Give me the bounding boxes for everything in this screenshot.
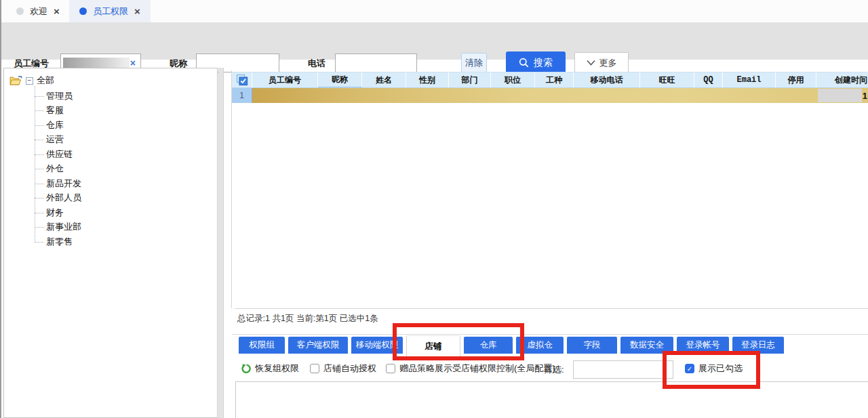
tree-item-finance[interactable]: 财务: [35, 205, 217, 220]
row-trailing-digit: 1: [863, 91, 867, 101]
tree-item-label: 新事业部: [46, 221, 81, 233]
select-all-checkbox[interactable]: [232, 72, 252, 87]
shop-permission-controls: 恢复组权限 店铺自动授权 赠品策略展示受店铺权限控制(全局配置) 筛选: ✓ 展…: [232, 359, 868, 381]
col-qq[interactable]: QQ: [694, 72, 723, 87]
col-department[interactable]: 部门: [449, 72, 491, 87]
tree-item-label: 新品开发: [46, 177, 81, 190]
row-number: 1: [232, 88, 252, 103]
auto-auth-label: 店铺自动授权: [323, 362, 376, 375]
tree-item-label: 运营: [46, 133, 64, 146]
tree-item-new-business[interactable]: 新事业部: [35, 220, 217, 235]
redacted-created-time: [818, 89, 862, 102]
col-position[interactable]: 职位: [491, 72, 535, 87]
tree-item-external-warehouse[interactable]: 外仓: [35, 162, 217, 177]
more-button-label: 更多: [599, 57, 617, 69]
tree-root-all[interactable]: − 全部: [9, 74, 217, 87]
gift-policy-label: 赠品策略展示受店铺权限控制(全局配置): [399, 362, 555, 375]
tab-client-permission[interactable]: 客户端权限: [288, 337, 348, 354]
tab-welcome-label: 欢迎: [30, 5, 47, 18]
col-email[interactable]: Email: [723, 72, 776, 87]
tab-status-dot: [16, 7, 24, 15]
col-created-time[interactable]: 创建时间: [816, 72, 868, 87]
shop-list-area: [235, 381, 868, 418]
tree-item-new-retail[interactable]: 新零售: [35, 234, 217, 249]
col-mobile[interactable]: 移动电话: [574, 72, 640, 87]
tree-item-label: 财务: [46, 207, 64, 219]
show-selected-checkbox-row[interactable]: ✓ 展示已勾选: [685, 362, 743, 375]
collapse-icon[interactable]: −: [26, 77, 33, 85]
grid-bottom-divider: [235, 308, 868, 309]
checkbox-unchecked[interactable]: [386, 364, 395, 373]
tree-item-operations[interactable]: 运营: [35, 133, 217, 148]
department-tree-panel: − 全部 管理员 客服 仓库 运营 供应链 外仓 新品开发 外部人员 财务 新事…: [3, 68, 218, 418]
tab-login-log[interactable]: 登录日志: [732, 337, 784, 354]
tabstrip-top-divider: [232, 334, 868, 335]
tree-item-label: 管理员: [46, 90, 73, 102]
tree-item-label: 仓库: [46, 119, 64, 131]
tree-item-customer-service[interactable]: 客服: [35, 104, 217, 119]
tree-item-label: 供应链: [46, 148, 73, 161]
search-button-label: 搜索: [534, 57, 553, 69]
checkbox-unchecked[interactable]: [310, 364, 319, 373]
tree-item-admin[interactable]: 管理员: [35, 89, 217, 104]
grid-header: 员工编号 昵称 姓名 性别 部门 职位 工种 移动电话 旺旺 QQ Email …: [232, 72, 868, 88]
tab-data-security[interactable]: 数据安全: [620, 337, 673, 354]
clear-field-icon[interactable]: ×: [130, 58, 136, 68]
tab-fields[interactable]: 字段: [567, 337, 617, 354]
close-icon[interactable]: ×: [134, 6, 140, 16]
restore-icon: [241, 364, 252, 374]
tab-mobile-permission[interactable]: 移动端权限: [351, 337, 403, 354]
tree-item-new-product[interactable]: 新品开发: [35, 176, 217, 191]
search-icon: [519, 58, 529, 68]
tab-welcome[interactable]: 欢迎 ×: [7, 0, 69, 22]
document-tabbar: 欢迎 × 员工权限 ×: [1, 0, 868, 22]
select-all-checkbox-icon: [236, 74, 248, 86]
phone-input[interactable]: [335, 54, 417, 72]
chevron-down-icon: [587, 60, 595, 66]
phone-label: 电话: [308, 58, 326, 70]
tree-item-label: 新零售: [46, 236, 73, 248]
clear-button[interactable]: 清除: [461, 53, 487, 72]
tree-children: 管理员 客服 仓库 运营 供应链 外仓 新品开发 外部人员 财务 新事业部 新零…: [35, 89, 217, 249]
col-job-type[interactable]: 工种: [535, 72, 574, 87]
tab-employee-permissions-label: 员工权限: [93, 5, 128, 18]
tab-permission-group[interactable]: 权限组: [239, 337, 285, 354]
tree-item-label: 客服: [46, 104, 64, 117]
department-tree: − 全部 管理员 客服 仓库 运营 供应链 外仓 新品开发 外部人员 财务 新事…: [4, 68, 217, 249]
col-gender[interactable]: 性别: [406, 72, 449, 87]
row-redacted-band: 1: [252, 88, 868, 103]
tab-shop[interactable]: 店铺: [406, 335, 460, 358]
show-selected-label: 展示已勾选: [698, 362, 743, 375]
tab-employee-permissions[interactable]: 员工权限 ×: [69, 0, 151, 22]
col-disabled[interactable]: 停用: [776, 72, 816, 87]
col-nickname[interactable]: 昵称: [318, 72, 362, 87]
tree-item-warehouse[interactable]: 仓库: [35, 118, 217, 133]
tree-item-label: 外仓: [46, 163, 64, 175]
col-wangwang[interactable]: 旺旺: [640, 72, 694, 87]
auto-auth-checkbox-row[interactable]: 店铺自动授权: [310, 362, 376, 375]
col-employee-id[interactable]: 员工编号: [252, 72, 318, 87]
grid-left-border: [231, 70, 232, 308]
tree-scrollbar[interactable]: [218, 68, 224, 418]
gift-policy-checkbox-row[interactable]: 赠品策略展示受店铺权限控制(全局配置): [386, 362, 555, 375]
close-icon[interactable]: ×: [54, 6, 60, 16]
search-button[interactable]: 搜索: [506, 51, 566, 74]
tree-item-external-staff[interactable]: 外部人员: [35, 191, 217, 206]
tab-virtual-warehouse[interactable]: 虚拟仓: [516, 337, 564, 354]
tree-item-supply-chain[interactable]: 供应链: [35, 147, 217, 162]
table-row[interactable]: 1 1: [232, 88, 868, 103]
checkbox-checked[interactable]: ✓: [685, 364, 694, 373]
more-button[interactable]: 更多: [574, 52, 629, 73]
col-name[interactable]: 姓名: [362, 72, 406, 87]
permission-tabstrip: 权限组 客户端权限 移动端权限 店铺 仓库 虚拟仓 字段 数据安全 登录帐号 登…: [239, 337, 784, 358]
open-folder-icon: [9, 76, 22, 86]
record-status-text: 总记录:1 共1页 当前:第1页 已选中1条: [237, 313, 378, 325]
tree-item-label: 外部人员: [46, 192, 81, 204]
restore-group-permission-label: 恢复组权限: [255, 362, 299, 375]
filter-input[interactable]: [573, 360, 673, 379]
search-bar: 员工编号 × 昵称 电话 清除 搜索 更多: [1, 22, 868, 60]
restore-group-permission-button[interactable]: 恢复组权限: [241, 362, 299, 375]
tab-login-account[interactable]: 登录帐号: [677, 337, 729, 354]
tab-warehouse[interactable]: 仓库: [464, 337, 513, 354]
tab-status-dot: [79, 7, 87, 15]
